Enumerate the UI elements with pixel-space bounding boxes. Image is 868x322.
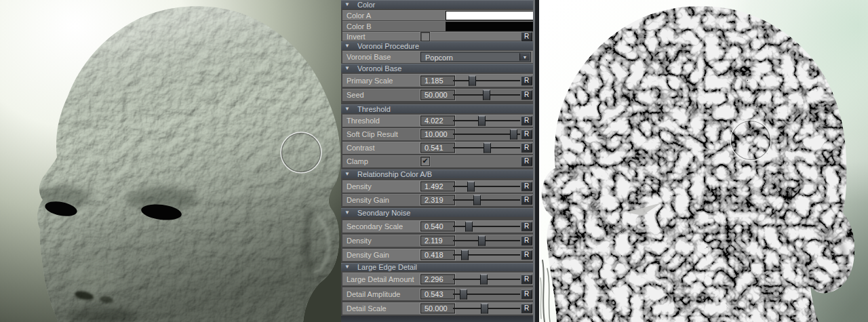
color-b-color-swatch[interactable] (446, 22, 535, 31)
secondary-scale-slider-track[interactable] (453, 226, 520, 227)
clamp-reset-button[interactable]: R (521, 157, 532, 167)
viewport-texture-preview[interactable] (539, 0, 868, 322)
property-label: Threshold (347, 117, 380, 125)
large-detail-amount-value-field[interactable]: 2.296 (420, 274, 455, 284)
collapse-triangle-icon[interactable]: ▼ (344, 2, 350, 7)
density-gain-reset-button[interactable]: R (521, 250, 532, 260)
secondary-scale-reset-button[interactable]: R (521, 222, 532, 232)
section-header-voronoi-base[interactable]: ▼Voronoi Base (341, 64, 534, 73)
section-header-label: Color (357, 1, 375, 9)
contrast-value-field[interactable]: 0.541 (420, 143, 455, 153)
invert-reset-button[interactable]: R (521, 31, 532, 41)
property-row-invert: InvertR (342, 32, 533, 41)
app-window: ▼ColorColor AColor BInvertR▼Voronoi Proc… (0, 0, 868, 322)
primary-scale-slider-track[interactable] (453, 80, 520, 81)
density-slider-track[interactable] (453, 186, 520, 187)
contrast-reset-button[interactable]: R (521, 143, 532, 153)
secondary-scale-value-field[interactable]: 0.540 (420, 222, 455, 232)
property-label: Color A (347, 12, 371, 20)
density-gain-reset-button[interactable]: R (521, 195, 532, 205)
seed-slider-handle[interactable] (483, 90, 490, 100)
property-label: Detail Amplitude (347, 290, 401, 298)
dropdown-selected-value: Popcorn (425, 54, 453, 62)
seed-reset-button[interactable]: R (521, 90, 532, 100)
section-header-label: Threshold (357, 105, 391, 113)
detail-amplitude-slider-handle[interactable] (460, 289, 467, 299)
threshold-value-field[interactable]: 4.022 (420, 116, 455, 126)
density-value-field[interactable]: 1.492 (420, 182, 455, 192)
property-label: Density (347, 237, 372, 245)
threshold-slider-track[interactable] (453, 120, 520, 121)
density-gain-value-field[interactable]: 2.319 (420, 195, 455, 205)
viewport-3d-shaded[interactable] (0, 0, 341, 322)
property-row-primary-scale: Primary Scale1.185R (342, 74, 533, 87)
collapse-triangle-icon[interactable]: ▼ (344, 172, 350, 177)
density-value-field[interactable]: 2.119 (420, 236, 455, 246)
detail-amplitude-reset-button[interactable]: R (521, 289, 532, 299)
property-label: Density (347, 182, 372, 190)
density-gain-slider-handle[interactable] (473, 195, 481, 205)
property-row-density-gain: Density Gain2.319R (342, 194, 533, 206)
large-detail-amount-slider-handle[interactable] (480, 274, 488, 284)
detail-scale-reset-button[interactable]: R (521, 304, 532, 314)
density-reset-button[interactable]: R (521, 236, 532, 246)
secondary-scale-slider-handle[interactable] (465, 222, 473, 232)
primary-scale-reset-button[interactable]: R (521, 75, 532, 85)
clamp-checkbox[interactable]: ✔ (420, 157, 430, 166)
collapse-triangle-icon[interactable]: ▼ (344, 210, 350, 216)
property-label: Contrast (347, 144, 375, 152)
property-label: Density Gain (347, 251, 389, 259)
section-header-label: Voronoi Procedure (357, 42, 419, 50)
density-reset-button[interactable]: R (521, 182, 532, 192)
density-slider-handle[interactable] (478, 236, 486, 246)
section-header-relationship-color-a-b[interactable]: ▼Relationship Color A/B (341, 169, 534, 178)
color-a-color-swatch[interactable] (446, 11, 535, 20)
invert-checkbox[interactable] (420, 32, 430, 41)
threshold-slider-handle[interactable] (478, 116, 486, 126)
collapse-triangle-icon[interactable]: ▼ (344, 106, 350, 112)
seed-value-field[interactable]: 50.000 (420, 90, 455, 100)
contrast-slider-handle[interactable] (484, 143, 491, 153)
large-detail-amount-reset-button[interactable]: R (521, 274, 532, 284)
section-header-color[interactable]: ▼Color (341, 0, 534, 9)
soft-clip-result-value-field[interactable]: 10.000 (420, 129, 455, 140)
texture-head-render (539, 0, 868, 322)
nose-highlight (66, 260, 121, 296)
property-label: Clamp (347, 157, 368, 165)
property-label: Soft Clip Result (347, 130, 398, 138)
panel-bottom-strip (341, 316, 534, 322)
density-slider-track[interactable] (453, 240, 520, 241)
detail-scale-value-field[interactable]: 50.000 (420, 304, 455, 314)
collapse-triangle-icon[interactable]: ▼ (344, 43, 350, 49)
section-header-voronoi-procedure[interactable]: ▼Voronoi Procedure (341, 41, 534, 50)
property-label: Density Gain (347, 196, 389, 204)
chevron-down-icon[interactable]: ▼ (519, 54, 530, 61)
property-row-color-a: Color A (342, 10, 533, 20)
soft-clip-result-reset-button[interactable]: R (521, 129, 532, 140)
threshold-reset-button[interactable]: R (521, 116, 532, 126)
soft-clip-result-slider-handle[interactable] (510, 129, 517, 140)
density-gain-slider-handle[interactable] (461, 250, 469, 260)
primary-scale-slider-handle[interactable] (469, 75, 476, 85)
density-slider-handle[interactable] (467, 182, 475, 192)
detail-scale-slider-handle[interactable] (481, 304, 488, 314)
property-label: Secondary Scale (347, 222, 403, 230)
section-header-seondary-noise[interactable]: ▼Seondary Noise (341, 208, 534, 217)
property-label: Seed (347, 91, 364, 99)
collapse-triangle-icon[interactable]: ▼ (344, 66, 350, 71)
primary-scale-value-field[interactable]: 1.185 (420, 75, 455, 85)
density-gain-slider-track[interactable] (453, 199, 520, 201)
property-row-detail-scale: Detail Scale50.000R (342, 302, 533, 315)
property-label: Primary Scale (347, 77, 393, 85)
property-row-seed: Seed50.000R (342, 89, 533, 101)
detail-amplitude-value-field[interactable]: 0.543 (420, 289, 455, 299)
density-gain-value-field[interactable]: 0.418 (420, 250, 455, 260)
property-row-threshold: Threshold4.022R (342, 115, 533, 127)
property-row-secondary-scale: Secondary Scale0.540R (342, 220, 533, 233)
section-header-threshold[interactable]: ▼Threshold (341, 104, 534, 113)
property-row-large-detail-amount: Large Detail Amount2.296R (342, 273, 533, 285)
voronoi-base-dropdown[interactable]: Popcorn▼ (420, 52, 531, 62)
collapse-triangle-icon[interactable]: ▼ (344, 264, 350, 270)
section-header-large-edge-detail[interactable]: ▼Large Edge Detail (341, 263, 534, 271)
property-row-density: Density1.492R (342, 180, 533, 193)
